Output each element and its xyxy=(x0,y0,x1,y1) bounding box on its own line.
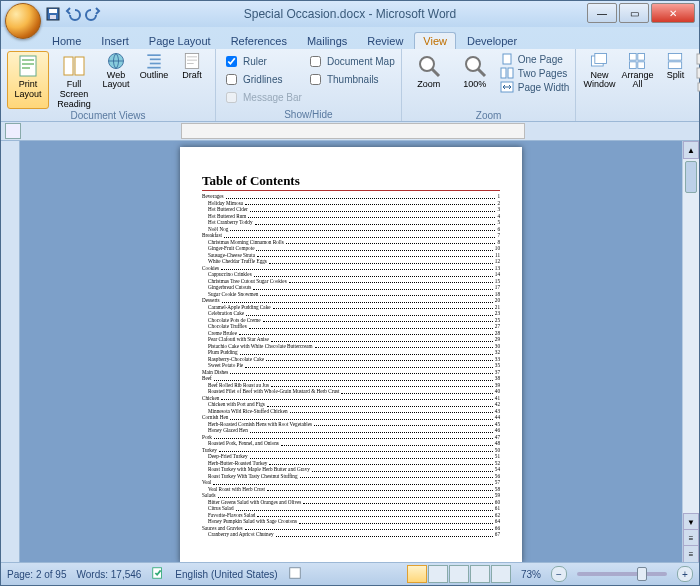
status-language[interactable]: English (United States) xyxy=(175,569,277,580)
view-draft-icon[interactable] xyxy=(491,565,511,583)
tab-insert[interactable]: Insert xyxy=(92,32,138,49)
split-button[interactable]: Split xyxy=(658,51,692,105)
zoom-slider[interactable] xyxy=(577,572,667,576)
gridlines-checkbox[interactable]: Gridlines xyxy=(222,71,302,88)
toc-leader-dots xyxy=(271,336,493,342)
window-controls: — ▭ ✕ xyxy=(585,3,695,23)
toc-entry-page: 67 xyxy=(495,531,500,538)
status-zoom-level[interactable]: 73% xyxy=(521,569,541,580)
horizontal-ruler-bar xyxy=(1,122,699,141)
one-page-button[interactable]: One Page xyxy=(500,53,570,65)
qat-undo-icon[interactable] xyxy=(65,6,81,22)
svg-rect-7 xyxy=(64,57,73,75)
toc-leader-dots xyxy=(267,486,493,492)
zoom-slider-thumb[interactable] xyxy=(637,567,647,581)
toc-leader-dots xyxy=(269,460,492,466)
close-button[interactable]: ✕ xyxy=(651,3,695,23)
scroll-thumb[interactable] xyxy=(685,161,697,193)
svg-rect-21 xyxy=(508,68,513,78)
title-bar: Special Occasion.docx - Microsoft Word —… xyxy=(1,1,699,27)
office-button[interactable] xyxy=(5,3,41,39)
tab-developer[interactable]: Developer xyxy=(458,32,526,49)
svg-rect-6 xyxy=(22,67,30,69)
full-screen-reading-button[interactable]: Full Screen Reading xyxy=(53,51,95,109)
minimize-button[interactable]: — xyxy=(587,3,617,23)
toc-leader-dots xyxy=(286,239,496,245)
status-page[interactable]: Page: 2 of 95 xyxy=(7,569,67,580)
toc-leader-dots xyxy=(314,421,493,427)
zoom-out-button[interactable]: − xyxy=(551,566,567,582)
draft-button[interactable]: Draft xyxy=(175,51,209,105)
status-proofing-icon[interactable] xyxy=(151,566,165,582)
toc-leader-dots xyxy=(271,382,493,388)
group-label: Show/Hide xyxy=(222,108,395,121)
svg-line-16 xyxy=(432,69,439,76)
tab-view[interactable]: View xyxy=(414,32,456,49)
maximize-button[interactable]: ▭ xyxy=(619,3,649,23)
zoom-100-button[interactable]: 100% xyxy=(454,51,496,109)
toc-leader-dots xyxy=(250,206,496,212)
view-web-layout-icon[interactable] xyxy=(449,565,469,583)
group-window: New Window Arrange All Split View Side b… xyxy=(576,49,700,121)
web-layout-button[interactable]: Web Layout xyxy=(99,51,133,105)
view-outline-icon[interactable] xyxy=(470,565,490,583)
tab-references[interactable]: References xyxy=(222,32,296,49)
svg-rect-24 xyxy=(595,54,607,64)
toc-leader-dots xyxy=(230,414,492,420)
scroll-up-button[interactable]: ▲ xyxy=(683,141,699,159)
toc-list: Beverages1Holiday Mimosa2Hot Buttered Ci… xyxy=(202,193,500,538)
toc-leader-dots xyxy=(254,271,493,277)
horizontal-ruler[interactable] xyxy=(181,123,525,139)
message-bar-checkbox: Message Bar xyxy=(222,89,302,106)
svg-rect-25 xyxy=(630,54,637,61)
toc-leader-dots xyxy=(281,440,493,446)
document-area[interactable]: Table of Contents Beverages1Holiday Mimo… xyxy=(20,141,682,563)
toc-leader-dots xyxy=(240,349,493,355)
vertical-scrollbar[interactable]: ▲ ▼ ≡ ≡ xyxy=(682,141,699,563)
toc-leader-dots xyxy=(290,408,493,414)
group-zoom: Zoom 100% One Page Two Pages Page Width … xyxy=(402,49,577,121)
toc-leader-dots xyxy=(256,245,492,251)
page-width-button[interactable]: Page Width xyxy=(500,81,570,93)
svg-rect-13 xyxy=(147,67,160,69)
status-insert-icon[interactable] xyxy=(288,566,302,582)
toc-leader-dots xyxy=(214,375,493,381)
print-layout-button[interactable]: Print Layout xyxy=(7,51,49,109)
toc-leader-dots xyxy=(267,401,493,407)
two-pages-button[interactable]: Two Pages xyxy=(500,67,570,79)
toc-leader-dots xyxy=(250,453,493,459)
group-label: Document Views xyxy=(7,109,209,122)
qat-save-icon[interactable] xyxy=(45,6,61,22)
svg-rect-29 xyxy=(669,54,682,61)
svg-line-18 xyxy=(478,69,485,76)
svg-rect-10 xyxy=(147,54,160,56)
status-words[interactable]: Words: 17,546 xyxy=(77,569,142,580)
toc-leader-dots xyxy=(257,512,492,518)
group-document-views: Print Layout Full Screen Reading Web Lay… xyxy=(1,49,216,121)
tab-mailings[interactable]: Mailings xyxy=(298,32,356,49)
qat-redo-icon[interactable] xyxy=(85,6,101,22)
svg-rect-42 xyxy=(289,568,300,579)
next-page-button[interactable]: ≡ xyxy=(683,545,699,563)
new-window-button[interactable]: New Window xyxy=(582,51,616,105)
document-map-checkbox[interactable]: Document Map xyxy=(306,53,395,70)
toc-entry[interactable]: Cranberry and Apricot Chutney67 xyxy=(202,531,500,538)
thumbnails-checkbox[interactable]: Thumbnails xyxy=(306,71,395,88)
outline-button[interactable]: Outline xyxy=(137,51,171,105)
tab-review[interactable]: Review xyxy=(358,32,412,49)
svg-rect-27 xyxy=(630,62,637,69)
ruler-checkbox[interactable]: Ruler xyxy=(222,53,302,70)
zoom-button[interactable]: Zoom xyxy=(408,51,450,109)
ruler-corner-button[interactable] xyxy=(5,123,21,139)
document-page[interactable]: Table of Contents Beverages1Holiday Mimo… xyxy=(180,147,522,563)
arrange-all-button[interactable]: Arrange All xyxy=(620,51,654,105)
tab-page-layout[interactable]: Page Layout xyxy=(140,32,220,49)
view-full-screen-icon[interactable] xyxy=(428,565,448,583)
zoom-in-button[interactable]: + xyxy=(677,566,693,582)
svg-rect-1 xyxy=(49,9,57,13)
quick-access-toolbar xyxy=(45,6,101,22)
vertical-ruler[interactable] xyxy=(1,141,20,563)
tab-home[interactable]: Home xyxy=(43,32,90,49)
view-print-layout-icon[interactable] xyxy=(407,565,427,583)
status-bar: Page: 2 of 95 Words: 17,546 English (Uni… xyxy=(1,562,699,585)
